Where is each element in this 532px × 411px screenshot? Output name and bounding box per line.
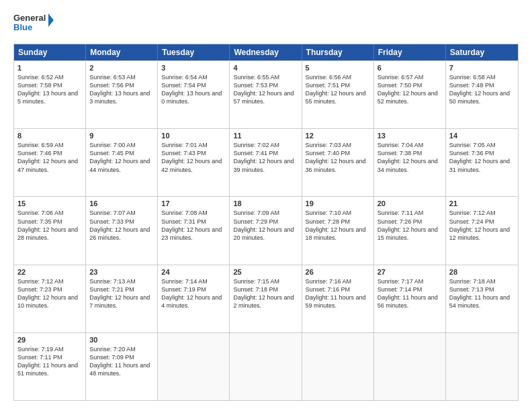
day-info: Sunrise: 6:53 AMSunset: 7:56 PMDaylight:… (89, 73, 154, 106)
calendar-body: 1 Sunrise: 6:52 AMSunset: 7:58 PMDayligh… (14, 60, 518, 400)
day-info: Sunrise: 7:18 AMSunset: 7:13 PMDaylight:… (449, 277, 515, 310)
day-number: 13 (378, 132, 442, 140)
calendar-cell: 25 Sunrise: 7:15 AMSunset: 7:18 PMDaylig… (230, 265, 302, 332)
calendar-cell: 16 Sunrise: 7:07 AMSunset: 7:33 PMDaylig… (86, 197, 158, 264)
calendar-cell: 6 Sunrise: 6:57 AMSunset: 7:50 PMDayligh… (374, 61, 446, 128)
day-info: Sunrise: 6:54 AMSunset: 7:54 PMDaylight:… (161, 73, 226, 106)
calendar-cell: 27 Sunrise: 7:17 AMSunset: 7:14 PMDaylig… (374, 265, 446, 332)
day-info: Sunrise: 7:14 AMSunset: 7:19 PMDaylight:… (161, 277, 226, 310)
calendar-cell: 23 Sunrise: 7:13 AMSunset: 7:21 PMDaylig… (86, 265, 158, 332)
day-number: 12 (306, 132, 370, 140)
day-info: Sunrise: 7:04 AMSunset: 7:38 PMDaylight:… (378, 141, 442, 174)
calendar-cell: 11 Sunrise: 7:02 AMSunset: 7:41 PMDaylig… (230, 129, 302, 196)
calendar-cell: 20 Sunrise: 7:11 AMSunset: 7:26 PMDaylig… (374, 197, 446, 264)
day-number: 30 (89, 336, 154, 344)
calendar-cell: 3 Sunrise: 6:54 AMSunset: 7:54 PMDayligh… (158, 61, 230, 128)
calendar-cell: 19 Sunrise: 7:10 AMSunset: 7:28 PMDaylig… (302, 197, 374, 264)
day-info: Sunrise: 7:12 AMSunset: 7:24 PMDaylight:… (449, 209, 515, 242)
day-info: Sunrise: 7:05 AMSunset: 7:36 PMDaylight:… (449, 141, 515, 174)
calendar-header-cell: Saturday (446, 44, 518, 60)
calendar-cell: 7 Sunrise: 6:58 AMSunset: 7:48 PMDayligh… (446, 61, 518, 128)
calendar-week: 15 Sunrise: 7:06 AMSunset: 7:35 PMDaylig… (14, 196, 518, 264)
day-number: 11 (233, 132, 298, 140)
day-info: Sunrise: 7:13 AMSunset: 7:21 PMDaylight:… (89, 277, 154, 310)
calendar-cell: 28 Sunrise: 7:18 AMSunset: 7:13 PMDaylig… (446, 265, 518, 332)
day-number: 7 (449, 64, 515, 72)
calendar-header-cell: Monday (86, 44, 158, 60)
day-info: Sunrise: 6:56 AMSunset: 7:51 PMDaylight:… (306, 73, 370, 106)
day-number: 26 (306, 268, 370, 276)
calendar-week: 22 Sunrise: 7:12 AMSunset: 7:23 PMDaylig… (14, 265, 518, 332)
logo: General Blue (13, 10, 54, 37)
day-number: 18 (233, 199, 298, 208)
calendar-cell: 14 Sunrise: 7:05 AMSunset: 7:36 PMDaylig… (446, 129, 518, 196)
calendar-header-cell: Tuesday (158, 44, 230, 60)
day-number: 29 (17, 336, 82, 344)
calendar-header-row: SundayMondayTuesdayWednesdayThursdayFrid… (14, 44, 518, 60)
day-number: 16 (89, 199, 154, 208)
day-info: Sunrise: 7:17 AMSunset: 7:14 PMDaylight:… (378, 277, 442, 310)
day-number: 5 (306, 64, 370, 72)
day-number: 19 (306, 199, 370, 208)
day-info: Sunrise: 7:08 AMSunset: 7:31 PMDaylight:… (161, 209, 226, 242)
calendar-cell: 18 Sunrise: 7:09 AMSunset: 7:29 PMDaylig… (230, 197, 302, 264)
calendar-cell: 21 Sunrise: 7:12 AMSunset: 7:24 PMDaylig… (446, 197, 518, 264)
calendar-week: 29 Sunrise: 7:19 AMSunset: 7:11 PMDaylig… (14, 332, 518, 400)
calendar-cell (230, 333, 302, 400)
calendar-cell (374, 333, 446, 400)
calendar-cell: 24 Sunrise: 7:14 AMSunset: 7:19 PMDaylig… (158, 265, 230, 332)
calendar-cell: 22 Sunrise: 7:12 AMSunset: 7:23 PMDaylig… (14, 265, 86, 332)
day-info: Sunrise: 7:03 AMSunset: 7:40 PMDaylight:… (306, 141, 370, 174)
day-number: 17 (161, 199, 226, 208)
day-number: 3 (161, 64, 226, 72)
day-info: Sunrise: 7:16 AMSunset: 7:16 PMDaylight:… (306, 277, 370, 310)
day-info: Sunrise: 6:57 AMSunset: 7:50 PMDaylight:… (378, 73, 442, 106)
day-info: Sunrise: 7:07 AMSunset: 7:33 PMDaylight:… (89, 209, 154, 242)
calendar-header-cell: Sunday (14, 44, 86, 60)
day-number: 10 (161, 132, 226, 140)
calendar-cell: 30 Sunrise: 7:20 AMSunset: 7:09 PMDaylig… (86, 333, 158, 400)
calendar-cell: 13 Sunrise: 7:04 AMSunset: 7:38 PMDaylig… (374, 129, 446, 196)
day-info: Sunrise: 7:09 AMSunset: 7:29 PMDaylight:… (233, 209, 298, 242)
day-number: 9 (89, 132, 154, 140)
day-number: 1 (17, 64, 82, 72)
calendar-cell: 10 Sunrise: 7:01 AMSunset: 7:43 PMDaylig… (158, 129, 230, 196)
day-number: 6 (378, 64, 442, 72)
day-info: Sunrise: 7:06 AMSunset: 7:35 PMDaylight:… (17, 209, 82, 242)
svg-marker-2 (48, 13, 54, 27)
day-number: 20 (378, 199, 442, 208)
calendar-cell: 29 Sunrise: 7:19 AMSunset: 7:11 PMDaylig… (14, 333, 86, 400)
day-number: 21 (449, 199, 515, 208)
day-info: Sunrise: 7:10 AMSunset: 7:28 PMDaylight:… (306, 209, 370, 242)
calendar-cell: 15 Sunrise: 7:06 AMSunset: 7:35 PMDaylig… (14, 197, 86, 264)
day-number: 8 (17, 132, 82, 140)
day-number: 24 (161, 268, 226, 276)
day-number: 27 (378, 268, 442, 276)
calendar-cell: 12 Sunrise: 7:03 AMSunset: 7:40 PMDaylig… (302, 129, 374, 196)
calendar-cell: 17 Sunrise: 7:08 AMSunset: 7:31 PMDaylig… (158, 197, 230, 264)
day-info: Sunrise: 7:15 AMSunset: 7:18 PMDaylight:… (233, 277, 298, 310)
calendar-cell: 8 Sunrise: 6:59 AMSunset: 7:46 PMDayligh… (14, 129, 86, 196)
calendar-cell: 5 Sunrise: 6:56 AMSunset: 7:51 PMDayligh… (302, 61, 374, 128)
calendar-cell: 2 Sunrise: 6:53 AMSunset: 7:56 PMDayligh… (86, 61, 158, 128)
day-info: Sunrise: 7:20 AMSunset: 7:09 PMDaylight:… (89, 345, 154, 378)
svg-text:Blue: Blue (13, 22, 32, 32)
day-number: 28 (449, 268, 515, 276)
calendar-cell: 26 Sunrise: 7:16 AMSunset: 7:16 PMDaylig… (302, 265, 374, 332)
day-info: Sunrise: 7:19 AMSunset: 7:11 PMDaylight:… (17, 345, 82, 378)
day-number: 4 (233, 64, 298, 72)
day-number: 15 (17, 199, 82, 208)
day-info: Sunrise: 7:00 AMSunset: 7:45 PMDaylight:… (89, 141, 154, 174)
day-info: Sunrise: 6:58 AMSunset: 7:48 PMDaylight:… (449, 73, 515, 106)
day-number: 23 (89, 268, 154, 276)
day-info: Sunrise: 7:01 AMSunset: 7:43 PMDaylight:… (161, 141, 226, 174)
day-number: 22 (17, 268, 82, 276)
calendar-cell (446, 333, 518, 400)
day-info: Sunrise: 7:02 AMSunset: 7:41 PMDaylight:… (233, 141, 298, 174)
day-number: 2 (89, 64, 154, 72)
page: General Blue SundayMondayTuesdayWednesda… (0, 0, 532, 411)
calendar-cell (302, 333, 374, 400)
header: General Blue (13, 10, 519, 37)
calendar-week: 1 Sunrise: 6:52 AMSunset: 7:58 PMDayligh… (14, 60, 518, 128)
calendar-header-cell: Friday (374, 44, 446, 60)
